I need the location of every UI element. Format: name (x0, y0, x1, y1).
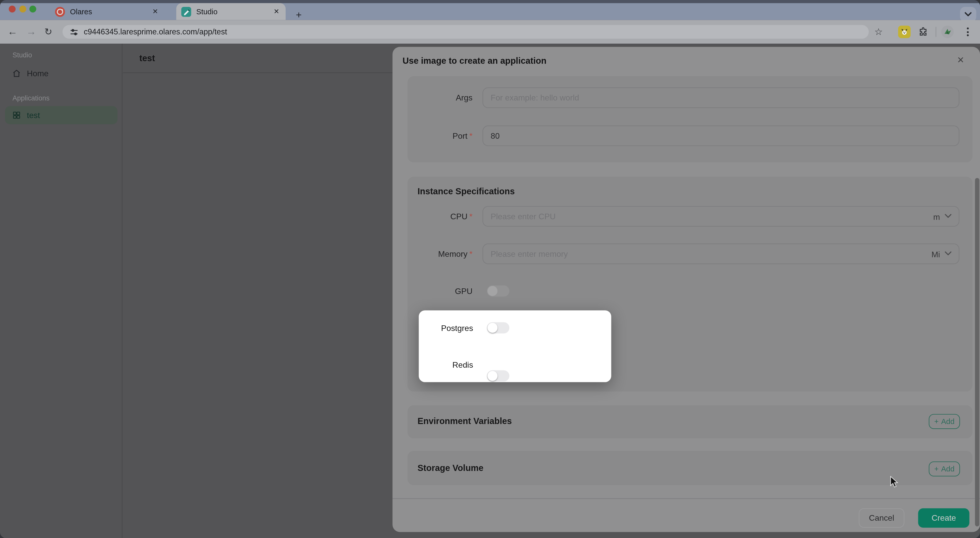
args-field (483, 87, 959, 108)
section-title-instance-specifications: Instance Specifications (417, 186, 515, 196)
modal-close-icon[interactable]: ✕ (955, 54, 967, 66)
sidebar-item-label: test (27, 110, 40, 120)
postgres-label: Postgres (407, 322, 473, 333)
plus-icon: + (934, 465, 939, 473)
port-input[interactable] (483, 126, 959, 146)
app-grid-icon (12, 110, 21, 120)
traffic-light-minimize-button[interactable] (19, 6, 26, 13)
traffic-light-zoom-button[interactable] (29, 6, 36, 13)
tab-close-icon[interactable]: ✕ (274, 7, 280, 16)
add-env-variable-button[interactable]: +Add (929, 414, 960, 429)
browser-window: Olares ✕ Studio ✕ + ← → ↻ (0, 0, 980, 538)
sidebar-app-title: Studio (13, 51, 32, 59)
sidebar-section-label: Applications (13, 94, 49, 102)
cpu-field: m (483, 206, 959, 227)
gpu-toggle[interactable] (487, 285, 509, 297)
toolbar-divider (935, 27, 936, 37)
screen: Olares ✕ Studio ✕ + ← → ↻ (0, 0, 980, 538)
redis-toggle[interactable] (487, 370, 509, 381)
cpu-unit-select[interactable]: m (933, 207, 940, 227)
window-top-edge (0, 0, 980, 3)
reload-button[interactable]: ↻ (45, 20, 52, 44)
environment-variables-card: Environment Variables +Add (407, 405, 973, 438)
back-button[interactable]: ← (7, 20, 18, 44)
basic-fields-card: Args Port* (407, 76, 973, 162)
section-title-environment-variables: Environment Variables (417, 416, 512, 426)
url-text: c9446345.laresprime.olares.com/app/test (84, 27, 227, 36)
chevron-down-icon (964, 12, 972, 17)
cancel-button[interactable]: Cancel (859, 508, 904, 528)
redis-label: Redis (407, 359, 473, 370)
page-title: test (139, 53, 155, 63)
site-settings-icon[interactable] (70, 28, 78, 36)
olares-favicon-icon (55, 6, 65, 17)
required-asterisk: * (469, 212, 473, 221)
required-asterisk: * (469, 249, 473, 259)
tab-studio-active[interactable]: Studio ✕ (177, 3, 286, 20)
port-field (483, 125, 959, 146)
sidebar-item-home[interactable]: Home (5, 64, 118, 83)
create-app-modal: Use image to create an application ✕ Arg… (393, 47, 980, 532)
modal-title: Use image to create an application (402, 56, 546, 65)
plus-icon: + (934, 417, 939, 426)
home-icon (12, 68, 21, 78)
sidebar-item-label: Home (27, 68, 48, 78)
sidebar-item-test-selected[interactable]: test (5, 106, 118, 124)
sidebar: Studio Home Applications test (0, 44, 123, 538)
address-bar[interactable]: c9446345.laresprime.olares.com/app/test (62, 25, 869, 39)
browser-menu-kebab-icon[interactable] (967, 27, 969, 36)
args-label: Args (407, 87, 473, 108)
add-storage-volume-button[interactable]: +Add (929, 462, 960, 476)
tab-title: Olares (70, 7, 152, 16)
cpu-label: CPU* (407, 206, 473, 227)
forward-button[interactable]: → (26, 20, 36, 44)
extension-dog-icon[interactable] (898, 25, 911, 38)
bookmark-star-icon[interactable]: ☆ (874, 20, 883, 44)
memory-label: Memory* (407, 243, 473, 264)
mouse-cursor (890, 476, 899, 491)
storage-volume-card: Storage Volume +Add (407, 451, 973, 485)
gpu-label: GPU (407, 285, 473, 297)
tab-olares[interactable]: Olares ✕ (50, 3, 164, 20)
tab-close-icon[interactable]: ✕ (152, 7, 158, 16)
chevron-down-icon[interactable] (944, 214, 952, 219)
section-title-storage-volume: Storage Volume (417, 463, 484, 473)
postgres-redis-popover (419, 310, 611, 382)
traffic-light-close-button[interactable] (9, 6, 16, 13)
create-button[interactable]: Create (918, 508, 969, 528)
cpu-input[interactable] (483, 207, 959, 226)
modal-footer-divider (393, 498, 980, 499)
new-tab-button[interactable]: + (293, 9, 305, 21)
memory-unit-select[interactable]: Mi (932, 244, 940, 265)
tab-search-button[interactable] (960, 7, 977, 22)
memory-input[interactable] (483, 244, 959, 263)
profile-avatar[interactable] (941, 25, 954, 38)
args-input[interactable] (483, 88, 959, 107)
extensions-puzzle-icon[interactable] (918, 20, 928, 44)
tab-title: Studio (196, 7, 274, 16)
required-asterisk: * (469, 131, 473, 141)
browser-toolbar: ← → ↻ c9446345.laresprime.olares.com/app… (0, 20, 980, 44)
tab-bar: Olares ✕ Studio ✕ + (0, 3, 980, 20)
memory-field: Mi (483, 243, 959, 264)
port-label: Port* (407, 125, 473, 146)
modal-scrollbar-thumb[interactable] (975, 178, 979, 527)
studio-favicon-icon (181, 6, 191, 17)
postgres-toggle[interactable] (487, 322, 509, 333)
chevron-down-icon[interactable] (944, 251, 952, 256)
